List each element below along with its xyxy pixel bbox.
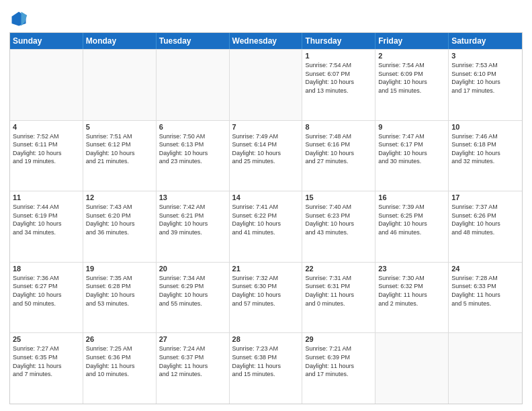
header-day-wednesday: Wednesday [230,33,303,49]
header-day-thursday: Thursday [302,33,375,49]
logo [9,9,31,28]
day-info: Sunrise: 7:31 AM Sunset: 6:31 PM Dayligh… [305,274,372,308]
day-number: 14 [232,193,300,201]
calendar-cell-5-2: 26Sunrise: 7:25 AM Sunset: 6:36 PM Dayli… [83,333,157,404]
calendar-cell-2-3: 6Sunrise: 7:50 AM Sunset: 6:13 PM Daylig… [157,121,230,191]
day-number: 13 [159,193,226,201]
day-info: Sunrise: 7:24 AM Sunset: 6:37 PM Dayligh… [159,345,226,378]
calendar-cell-5-6 [375,333,449,404]
day-info: Sunrise: 7:48 AM Sunset: 6:16 PM Dayligh… [305,132,372,166]
calendar-cell-2-4: 7Sunrise: 7:49 AM Sunset: 6:14 PM Daylig… [230,121,303,191]
calendar-cell-4-7: 24Sunrise: 7:28 AM Sunset: 6:33 PM Dayli… [449,263,522,333]
day-number: 8 [305,123,372,131]
calendar-week-1: 1Sunrise: 7:54 AM Sunset: 6:07 PM Daylig… [10,49,522,120]
calendar-cell-1-4 [230,50,303,120]
day-number: 4 [13,123,80,131]
day-number: 26 [86,335,153,343]
day-info: Sunrise: 7:50 AM Sunset: 6:13 PM Dayligh… [159,132,226,166]
day-info: Sunrise: 7:21 AM Sunset: 6:39 PM Dayligh… [305,345,372,378]
day-info: Sunrise: 7:40 AM Sunset: 6:23 PM Dayligh… [305,203,372,236]
day-number: 15 [305,193,372,201]
calendar-body: 1Sunrise: 7:54 AM Sunset: 6:07 PM Daylig… [10,49,522,404]
calendar-cell-4-1: 18Sunrise: 7:36 AM Sunset: 6:27 PM Dayli… [10,263,83,333]
day-info: Sunrise: 7:32 AM Sunset: 6:30 PM Dayligh… [232,274,300,308]
day-info: Sunrise: 7:49 AM Sunset: 6:14 PM Dayligh… [232,132,300,166]
day-info: Sunrise: 7:36 AM Sunset: 6:27 PM Dayligh… [13,274,80,308]
calendar: SundayMondayTuesdayWednesdayThursdayFrid… [9,32,523,404]
calendar-week-2: 4Sunrise: 7:52 AM Sunset: 6:11 PM Daylig… [10,120,522,191]
calendar-cell-2-6: 9Sunrise: 7:47 AM Sunset: 6:17 PM Daylig… [375,121,449,191]
calendar-cell-1-1 [10,50,83,120]
day-number: 5 [86,123,153,131]
day-info: Sunrise: 7:52 AM Sunset: 6:11 PM Dayligh… [13,132,80,166]
day-number: 17 [451,193,519,201]
day-info: Sunrise: 7:46 AM Sunset: 6:18 PM Dayligh… [451,132,519,166]
calendar-cell-5-1: 25Sunrise: 7:27 AM Sunset: 6:35 PM Dayli… [10,333,83,404]
calendar-cell-5-5: 29Sunrise: 7:21 AM Sunset: 6:39 PM Dayli… [302,333,375,404]
calendar-week-3: 11Sunrise: 7:44 AM Sunset: 6:19 PM Dayli… [10,191,522,262]
day-number: 10 [451,123,519,131]
calendar-cell-4-5: 22Sunrise: 7:31 AM Sunset: 6:31 PM Dayli… [302,263,375,333]
calendar-week-4: 18Sunrise: 7:36 AM Sunset: 6:27 PM Dayli… [10,262,522,333]
day-number: 11 [13,193,80,201]
day-info: Sunrise: 7:54 AM Sunset: 6:09 PM Dayligh… [378,61,445,95]
day-number: 24 [451,265,519,273]
day-info: Sunrise: 7:23 AM Sunset: 6:38 PM Dayligh… [232,345,300,378]
calendar-cell-3-4: 14Sunrise: 7:41 AM Sunset: 6:22 PM Dayli… [230,191,303,262]
day-number: 28 [232,335,300,343]
day-number: 7 [232,123,300,131]
day-number: 27 [159,335,226,343]
day-info: Sunrise: 7:47 AM Sunset: 6:17 PM Dayligh… [378,132,445,166]
logo-icon [9,9,28,28]
day-info: Sunrise: 7:42 AM Sunset: 6:21 PM Dayligh… [159,203,226,236]
calendar-cell-1-5: 1Sunrise: 7:54 AM Sunset: 6:07 PM Daylig… [302,50,375,120]
day-number: 23 [378,265,445,273]
day-info: Sunrise: 7:28 AM Sunset: 6:33 PM Dayligh… [451,274,519,308]
day-number: 2 [378,52,445,60]
day-info: Sunrise: 7:34 AM Sunset: 6:29 PM Dayligh… [159,274,226,308]
calendar-cell-2-1: 4Sunrise: 7:52 AM Sunset: 6:11 PM Daylig… [10,121,83,191]
day-number: 9 [378,123,445,131]
calendar-cell-2-5: 8Sunrise: 7:48 AM Sunset: 6:16 PM Daylig… [302,121,375,191]
calendar-cell-5-4: 28Sunrise: 7:23 AM Sunset: 6:38 PM Dayli… [230,333,303,404]
calendar-cell-5-3: 27Sunrise: 7:24 AM Sunset: 6:37 PM Dayli… [157,333,230,404]
day-info: Sunrise: 7:43 AM Sunset: 6:20 PM Dayligh… [86,203,153,236]
day-info: Sunrise: 7:39 AM Sunset: 6:25 PM Dayligh… [378,203,445,236]
calendar-cell-3-1: 11Sunrise: 7:44 AM Sunset: 6:19 PM Dayli… [10,191,83,262]
calendar-week-5: 25Sunrise: 7:27 AM Sunset: 6:35 PM Dayli… [10,332,522,404]
day-number: 16 [378,193,445,201]
calendar-page: SundayMondayTuesdayWednesdayThursdayFrid… [0,0,532,411]
header-day-monday: Monday [83,33,157,49]
header-day-sunday: Sunday [10,33,83,49]
header-day-saturday: Saturday [449,33,522,49]
header [9,7,523,28]
calendar-cell-2-7: 10Sunrise: 7:46 AM Sunset: 6:18 PM Dayli… [449,121,522,191]
day-info: Sunrise: 7:35 AM Sunset: 6:28 PM Dayligh… [86,274,153,308]
day-number: 1 [305,52,372,60]
day-info: Sunrise: 7:53 AM Sunset: 6:10 PM Dayligh… [451,61,519,95]
day-info: Sunrise: 7:30 AM Sunset: 6:32 PM Dayligh… [378,274,445,308]
calendar-cell-4-2: 19Sunrise: 7:35 AM Sunset: 6:28 PM Dayli… [83,263,157,333]
day-number: 3 [451,52,519,60]
calendar-cell-4-3: 20Sunrise: 7:34 AM Sunset: 6:29 PM Dayli… [157,263,230,333]
day-number: 12 [86,193,153,201]
day-info: Sunrise: 7:27 AM Sunset: 6:35 PM Dayligh… [13,345,80,378]
day-info: Sunrise: 7:25 AM Sunset: 6:36 PM Dayligh… [86,345,153,378]
calendar-cell-1-3 [157,50,230,120]
day-number: 22 [305,265,372,273]
day-info: Sunrise: 7:51 AM Sunset: 6:12 PM Dayligh… [86,132,153,166]
calendar-cell-1-7: 3Sunrise: 7:53 AM Sunset: 6:10 PM Daylig… [449,50,522,120]
day-number: 6 [159,123,226,131]
calendar-cell-5-7 [449,333,522,404]
calendar-cell-3-6: 16Sunrise: 7:39 AM Sunset: 6:25 PM Dayli… [375,191,449,262]
calendar-cell-2-2: 5Sunrise: 7:51 AM Sunset: 6:12 PM Daylig… [83,121,157,191]
calendar-cell-1-2 [83,50,157,120]
day-info: Sunrise: 7:44 AM Sunset: 6:19 PM Dayligh… [13,203,80,236]
day-number: 19 [86,265,153,273]
day-info: Sunrise: 7:37 AM Sunset: 6:26 PM Dayligh… [451,203,519,236]
calendar-cell-3-2: 12Sunrise: 7:43 AM Sunset: 6:20 PM Dayli… [83,191,157,262]
calendar-cell-3-3: 13Sunrise: 7:42 AM Sunset: 6:21 PM Dayli… [157,191,230,262]
day-info: Sunrise: 7:54 AM Sunset: 6:07 PM Dayligh… [305,61,372,95]
calendar-cell-4-4: 21Sunrise: 7:32 AM Sunset: 6:30 PM Dayli… [230,263,303,333]
calendar-cell-3-5: 15Sunrise: 7:40 AM Sunset: 6:23 PM Dayli… [302,191,375,262]
